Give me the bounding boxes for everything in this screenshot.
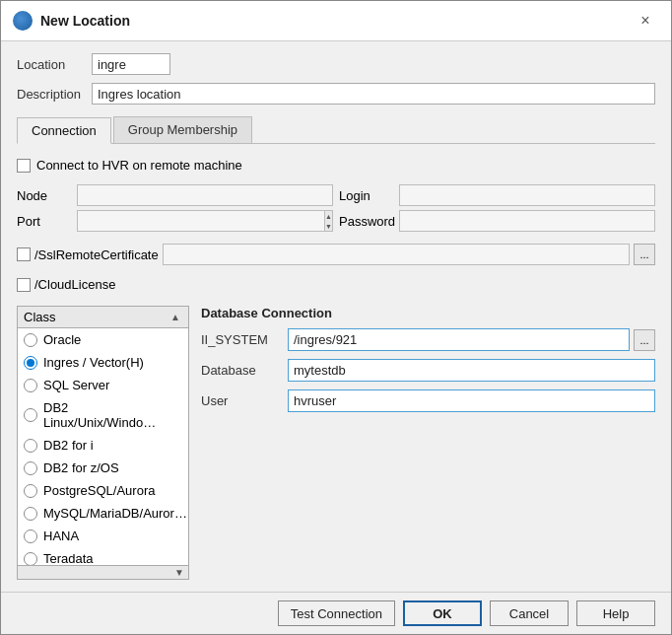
close-button[interactable]: × [632, 9, 659, 33]
remote-label: Connect to HVR on remote machine [36, 158, 242, 173]
node-label: Node [17, 188, 71, 203]
class-item-label: PostgreSQL/Aurora [43, 483, 155, 498]
class-radio[interactable] [24, 379, 37, 392]
dialog-content: Location Description Connection Group Me… [1, 41, 671, 592]
split-area: Class ▲ OracleIngres / Vector(H)SQL Serv… [17, 306, 655, 580]
test-connection-button[interactable]: Test Connection [278, 600, 395, 626]
tab-connection[interactable]: Connection [17, 117, 111, 144]
description-row: Description [17, 83, 655, 105]
class-radio[interactable] [24, 529, 37, 543]
class-item-label: DB2 for i [43, 438, 94, 453]
class-radio[interactable] [24, 408, 37, 422]
cancel-button[interactable]: Cancel [490, 600, 569, 626]
dialog-new-location: New Location × Location Description Conn… [0, 0, 672, 635]
login-label: Login [339, 188, 393, 203]
class-item[interactable]: Oracle [18, 328, 188, 351]
port-spinner: ▲ ▼ [325, 210, 333, 232]
class-radio[interactable] [24, 461, 37, 475]
cloud-row: /CloudLicense [17, 277, 655, 292]
class-header-label: Class [24, 310, 56, 324]
class-item[interactable]: DB2 for z/OS [18, 457, 188, 479]
class-radio[interactable] [24, 484, 37, 498]
description-label: Description [17, 87, 86, 102]
scroll-down-arrow[interactable]: ▼ [172, 567, 186, 578]
class-item[interactable]: MySQL/MariaDB/Auror… [18, 502, 188, 525]
port-row: ▲ ▼ [77, 210, 333, 232]
tab-group-membership[interactable]: Group Membership [113, 116, 252, 143]
password-input[interactable] [399, 210, 655, 232]
ssl-input[interactable] [163, 244, 630, 265]
class-item-label: Teradata [43, 551, 94, 565]
ssl-browse-button[interactable]: ... [634, 244, 655, 265]
db-connection-title: Database Connection [201, 306, 655, 320]
class-item-label: Oracle [43, 332, 81, 347]
cloud-label: /CloudLicense [34, 277, 115, 292]
dialog-title: New Location [40, 13, 624, 29]
ii-system-row: II_SYSTEM ... [201, 328, 655, 351]
location-label: Location [17, 57, 86, 72]
class-header: Class ▲ [18, 307, 188, 328]
class-item-label: DB2 for z/OS [43, 460, 119, 475]
class-radio[interactable] [24, 552, 37, 566]
class-item[interactable]: HANA [18, 525, 188, 547]
class-radio[interactable] [24, 439, 37, 453]
user-label: User [201, 393, 280, 408]
remote-checkbox[interactable] [17, 159, 31, 173]
ii-system-input-row: ... [288, 328, 655, 351]
user-input[interactable] [288, 389, 655, 412]
description-input[interactable] [92, 83, 655, 105]
dialog-footer: Test Connection OK Cancel Help [1, 592, 671, 634]
node-input[interactable] [77, 184, 333, 206]
ii-system-label: II_SYSTEM [201, 332, 280, 347]
user-row: User [201, 389, 655, 412]
class-item[interactable]: Teradata [18, 547, 188, 565]
help-button[interactable]: Help [576, 600, 655, 626]
ok-button[interactable]: OK [403, 600, 482, 626]
ssl-checkbox[interactable] [17, 247, 31, 261]
database-label: Database [201, 363, 280, 378]
db-connection-panel: Database Connection II_SYSTEM ... Databa… [201, 306, 655, 580]
class-radio[interactable] [24, 507, 37, 521]
port-label: Port [17, 214, 71, 229]
conn-grid: Node Login Port ▲ ▼ Password [17, 184, 655, 232]
database-input[interactable] [288, 359, 655, 382]
ssl-label: /SslRemoteCertificate [34, 247, 159, 262]
class-item-label: DB2 Linux/Unix/Windo… [43, 400, 182, 430]
scroll-up-arrow[interactable]: ▲ [168, 312, 182, 322]
class-item-label: HANA [43, 529, 79, 543]
class-panel: Class ▲ OracleIngres / Vector(H)SQL Serv… [17, 306, 189, 580]
title-bar: New Location × [1, 1, 671, 41]
class-item[interactable]: DB2 Linux/Unix/Windo… [18, 396, 188, 434]
class-item-label: Ingres / Vector(H) [43, 355, 144, 370]
location-row: Location [17, 53, 655, 75]
ii-system-input[interactable] [288, 328, 630, 351]
class-radio[interactable] [24, 333, 37, 347]
spinner-up[interactable]: ▲ [325, 211, 332, 221]
tab-bar: Connection Group Membership [17, 116, 655, 144]
class-item-label: MySQL/MariaDB/Auror… [43, 506, 187, 521]
class-radio[interactable] [24, 356, 37, 370]
location-input[interactable] [92, 53, 170, 75]
password-label: Password [339, 214, 393, 229]
class-item[interactable]: Ingres / Vector(H) [18, 351, 188, 374]
ssl-row: /SslRemoteCertificate ... [17, 244, 655, 265]
port-input[interactable] [77, 210, 325, 232]
class-list: OracleIngres / Vector(H)SQL ServerDB2 Li… [18, 328, 188, 565]
ii-system-browse-button[interactable]: ... [634, 329, 655, 351]
app-icon [13, 11, 33, 31]
class-item[interactable]: DB2 for i [18, 434, 188, 457]
database-row: Database [201, 359, 655, 382]
cloud-checkbox[interactable] [17, 278, 31, 292]
remote-row: Connect to HVR on remote machine [17, 158, 655, 173]
class-item[interactable]: SQL Server [18, 374, 188, 396]
spinner-down[interactable]: ▼ [325, 221, 332, 231]
class-item-label: SQL Server [43, 378, 109, 392]
class-item[interactable]: PostgreSQL/Aurora [18, 479, 188, 502]
login-input[interactable] [399, 184, 655, 206]
